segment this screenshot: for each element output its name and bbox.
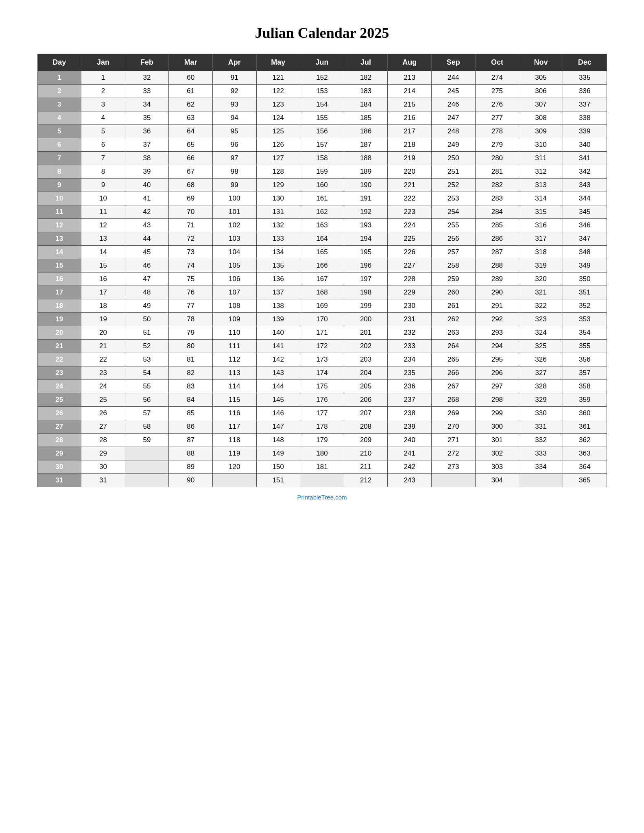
data-cell: 60 bbox=[169, 71, 213, 85]
data-cell: 208 bbox=[344, 420, 388, 434]
data-cell: 75 bbox=[169, 273, 213, 286]
data-cell: 26 bbox=[81, 407, 125, 420]
data-cell: 272 bbox=[431, 447, 475, 460]
data-cell: 169 bbox=[300, 299, 344, 313]
data-cell: 365 bbox=[563, 474, 607, 487]
day-cell: 5 bbox=[37, 125, 81, 138]
data-cell: 292 bbox=[475, 313, 519, 326]
data-cell: 73 bbox=[169, 246, 213, 259]
data-cell: 154 bbox=[300, 98, 344, 111]
data-cell: 322 bbox=[519, 299, 563, 313]
data-cell: 157 bbox=[300, 138, 344, 152]
data-cell: 147 bbox=[256, 420, 300, 434]
data-cell: 171 bbox=[300, 326, 344, 340]
table-row: 18184977108138169199230261291322352 bbox=[37, 299, 607, 313]
table-row: 13134472103133164194225256286317347 bbox=[37, 232, 607, 246]
data-cell: 269 bbox=[431, 407, 475, 420]
data-cell: 343 bbox=[563, 179, 607, 192]
data-cell: 43 bbox=[125, 219, 169, 232]
data-cell: 349 bbox=[563, 259, 607, 273]
data-cell: 291 bbox=[475, 299, 519, 313]
data-cell: 51 bbox=[125, 326, 169, 340]
data-cell: 323 bbox=[519, 313, 563, 326]
data-cell: 5 bbox=[81, 125, 125, 138]
table-row: 11326091121152182213244274305335 bbox=[37, 71, 607, 85]
data-cell: 41 bbox=[125, 192, 169, 205]
table-row: 14144573104134165195226257287318348 bbox=[37, 246, 607, 259]
data-cell: 225 bbox=[388, 232, 432, 246]
data-cell: 276 bbox=[475, 98, 519, 111]
day-cell: 1 bbox=[37, 71, 81, 85]
data-cell: 306 bbox=[519, 85, 563, 98]
page-title: Julian Calendar 2025 bbox=[255, 24, 389, 41]
data-cell: 191 bbox=[344, 192, 388, 205]
data-cell bbox=[212, 474, 256, 487]
footer-link[interactable]: PrintableTree.com bbox=[297, 494, 347, 501]
data-cell: 273 bbox=[431, 460, 475, 474]
data-cell: 48 bbox=[125, 286, 169, 299]
data-cell: 46 bbox=[125, 259, 169, 273]
table-row: 16164775106136167197228259289320350 bbox=[37, 273, 607, 286]
data-cell: 137 bbox=[256, 286, 300, 299]
data-cell: 183 bbox=[344, 85, 388, 98]
data-cell: 230 bbox=[388, 299, 432, 313]
day-cell: 26 bbox=[37, 407, 81, 420]
data-cell: 213 bbox=[388, 71, 432, 85]
data-cell: 268 bbox=[431, 393, 475, 407]
data-cell: 233 bbox=[388, 340, 432, 353]
data-cell: 47 bbox=[125, 273, 169, 286]
table-row: 17174876107137168198229260290321351 bbox=[37, 286, 607, 299]
data-cell: 329 bbox=[519, 393, 563, 407]
header-mar: Mar bbox=[169, 54, 213, 71]
data-cell: 251 bbox=[431, 165, 475, 179]
data-cell: 63 bbox=[169, 111, 213, 125]
data-cell: 302 bbox=[475, 447, 519, 460]
data-cell: 140 bbox=[256, 326, 300, 340]
data-cell: 100 bbox=[212, 192, 256, 205]
data-cell: 85 bbox=[169, 407, 213, 420]
data-cell: 142 bbox=[256, 353, 300, 366]
data-cell: 80 bbox=[169, 340, 213, 353]
data-cell: 200 bbox=[344, 313, 388, 326]
data-cell: 50 bbox=[125, 313, 169, 326]
data-cell: 295 bbox=[475, 353, 519, 366]
data-cell: 304 bbox=[475, 474, 519, 487]
data-cell: 102 bbox=[212, 219, 256, 232]
data-cell: 144 bbox=[256, 380, 300, 393]
data-cell: 249 bbox=[431, 138, 475, 152]
table-row: 88396798128159189220251281312342 bbox=[37, 165, 607, 179]
data-cell: 124 bbox=[256, 111, 300, 125]
data-cell: 361 bbox=[563, 420, 607, 434]
data-cell: 216 bbox=[388, 111, 432, 125]
day-cell: 31 bbox=[37, 474, 81, 487]
data-cell: 342 bbox=[563, 165, 607, 179]
data-cell: 312 bbox=[519, 165, 563, 179]
data-cell: 87 bbox=[169, 434, 213, 447]
data-cell: 332 bbox=[519, 434, 563, 447]
data-cell: 121 bbox=[256, 71, 300, 85]
table-row: 303089120150181211242273303334364 bbox=[37, 460, 607, 474]
data-cell: 282 bbox=[475, 179, 519, 192]
data-cell: 112 bbox=[212, 353, 256, 366]
data-cell: 319 bbox=[519, 259, 563, 273]
data-cell: 163 bbox=[300, 219, 344, 232]
data-cell: 179 bbox=[300, 434, 344, 447]
data-cell: 298 bbox=[475, 393, 519, 407]
table-row: 25255684115145176206237268298329359 bbox=[37, 393, 607, 407]
data-cell: 129 bbox=[256, 179, 300, 192]
data-cell: 149 bbox=[256, 447, 300, 460]
day-cell: 28 bbox=[37, 434, 81, 447]
data-cell: 6 bbox=[81, 138, 125, 152]
data-cell: 344 bbox=[563, 192, 607, 205]
data-cell: 228 bbox=[388, 273, 432, 286]
data-cell: 162 bbox=[300, 205, 344, 219]
data-cell: 117 bbox=[212, 420, 256, 434]
data-cell: 141 bbox=[256, 340, 300, 353]
data-cell: 92 bbox=[212, 85, 256, 98]
data-cell: 289 bbox=[475, 273, 519, 286]
data-cell: 127 bbox=[256, 152, 300, 165]
data-cell: 310 bbox=[519, 138, 563, 152]
data-cell: 297 bbox=[475, 380, 519, 393]
data-cell: 188 bbox=[344, 152, 388, 165]
data-cell: 287 bbox=[475, 246, 519, 259]
